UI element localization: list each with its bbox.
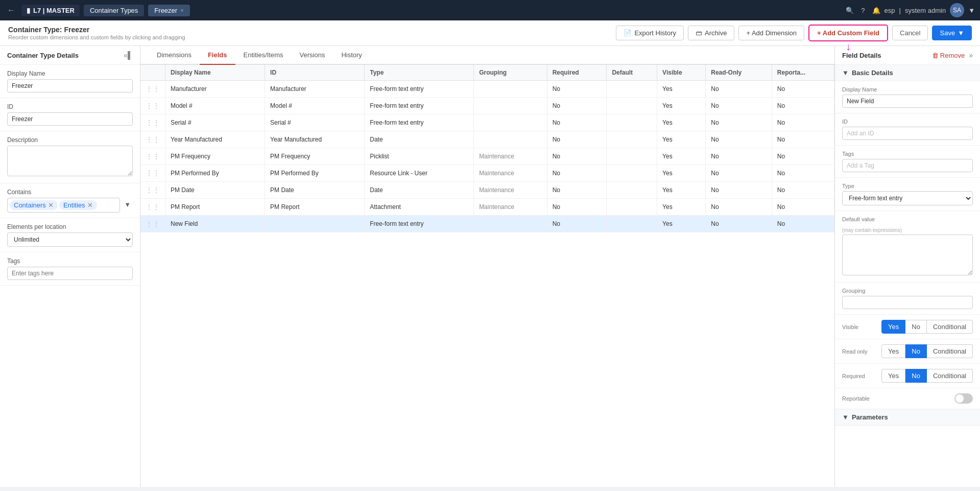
readonly-no-button[interactable]: No	[905, 344, 927, 358]
reportable-cell: No	[772, 81, 834, 98]
type-cell: Date	[365, 182, 474, 199]
drag-handle-icon[interactable]: ⋮⋮	[146, 203, 160, 211]
reportable-toggle[interactable]	[954, 393, 973, 404]
grouping-cell: Maintenance	[474, 182, 547, 199]
tab-versions[interactable]: Versions	[292, 46, 333, 65]
field-type: Type Free-form text entry Date Picklist …	[835, 178, 980, 211]
remove-field-button[interactable]: 🗑 Remove	[932, 52, 965, 59]
table-row[interactable]: ⋮⋮ Year Manufactured Year Manufactured D…	[140, 131, 834, 148]
table-row[interactable]: ⋮⋮ PM Report PM Report Attachment Mainte…	[140, 199, 834, 216]
field-id-input[interactable]	[842, 127, 973, 140]
drag-handle-icon[interactable]: ⋮⋮	[146, 169, 160, 177]
table-row[interactable]: ⋮⋮ Serial # Serial # Free-form text entr…	[140, 114, 834, 131]
table-row[interactable]: ⋮⋮ PM Performed By PM Performed By Resou…	[140, 165, 834, 182]
archive-button[interactable]: 🗃 Archive	[688, 26, 734, 40]
required-cell: No	[547, 182, 607, 199]
tags-input[interactable]	[7, 267, 133, 280]
elements-select[interactable]: Unlimited 1 2 Custom	[7, 232, 133, 247]
field-id: ID	[835, 113, 980, 146]
field-default-value: Default value (may contain expressions)	[835, 211, 980, 283]
table-row[interactable]: ⋮⋮ Manufacturer Manufacturer Free-form t…	[140, 81, 834, 98]
add-custom-field-button[interactable]: + Add Custom Field	[810, 26, 887, 40]
contains-dropdown-arrow[interactable]: ▼	[122, 198, 133, 212]
visible-cell: Yes	[657, 165, 706, 182]
field-type-select[interactable]: Free-form text entry Date Picklist Attac…	[842, 191, 973, 205]
drag-handle-icon[interactable]: ⋮⋮	[146, 135, 160, 144]
id-cell	[265, 216, 365, 232]
description-field: Description	[0, 131, 140, 183]
remove-entities-tag[interactable]: ✕	[87, 201, 93, 209]
id-input[interactable]	[7, 112, 133, 126]
description-textarea[interactable]	[7, 146, 133, 176]
table-row[interactable]: ⋮⋮ Model # Model # Free-form text entry …	[140, 98, 834, 114]
drag-handle-icon[interactable]: ⋮⋮	[146, 220, 160, 228]
back-button[interactable]: ←	[5, 4, 17, 17]
tab-entities-items[interactable]: Entities/Items	[235, 46, 292, 65]
nav-tab-freezer[interactable]: Freezer ×	[148, 5, 189, 16]
tab-dimensions[interactable]: Dimensions	[149, 46, 200, 65]
bell-icon[interactable]: 🔔	[872, 7, 880, 14]
add-dimension-button[interactable]: + Add Dimension	[738, 26, 804, 40]
cancel-button[interactable]: Cancel	[892, 26, 928, 40]
drag-handle-icon[interactable]: ⋮⋮	[146, 85, 160, 93]
title-area: Container Type: Freezer Reorder custom d…	[8, 26, 185, 40]
save-dropdown-icon[interactable]: ▼	[958, 29, 964, 37]
contains-field: Contains Containers ✕ Entities ✕ ▼	[0, 183, 140, 218]
right-panel: Field Details 🗑 Remove » ▼ Basic Details…	[834, 46, 980, 487]
id-cell: PM Performed By	[265, 165, 365, 182]
contains-label: Contains	[7, 189, 133, 196]
elements-per-location-field: Elements per location Unlimited 1 2 Cust…	[0, 218, 140, 252]
drag-handle-icon[interactable]: ⋮⋮	[146, 119, 160, 127]
reportable-cell: No	[772, 98, 834, 114]
type-cell: Date	[365, 131, 474, 148]
visible-yes-button[interactable]: Yes	[881, 320, 905, 334]
field-tags-input[interactable]	[842, 159, 973, 172]
visible-conditional-button[interactable]: Conditional	[927, 320, 973, 334]
chevron-down-icon[interactable]: ▼	[968, 7, 975, 14]
display-name-field: Display Name	[0, 65, 140, 98]
visible-no-button[interactable]: No	[905, 320, 927, 334]
drag-handle-icon[interactable]: ⋮⋮	[146, 186, 160, 194]
readonly-conditional-button[interactable]: Conditional	[927, 344, 973, 358]
col-type: Type	[365, 65, 474, 81]
display-name-input[interactable]	[7, 79, 133, 92]
tags-field: Tags	[0, 252, 140, 286]
default-value-hint: (may contain expressions)	[842, 227, 973, 233]
id-cell: Year Manufactured	[265, 131, 365, 148]
tab-history[interactable]: History	[333, 46, 370, 65]
tab-close-icon[interactable]: ×	[180, 7, 183, 13]
field-grouping-input[interactable]	[842, 296, 973, 309]
expand-panel-button[interactable]: »	[969, 51, 973, 59]
table-row[interactable]: ⋮⋮ PM Frequency PM Frequency Picklist Ma…	[140, 148, 834, 165]
table-row[interactable]: ⋮⋮ New Field Free-form text entry No Yes…	[140, 216, 834, 232]
search-icon[interactable]: 🔍	[846, 7, 854, 14]
remove-containers-tag[interactable]: ✕	[48, 201, 54, 209]
col-default: Default	[607, 65, 657, 81]
section-toggle[interactable]: ▼	[842, 69, 849, 77]
required-yes-button[interactable]: Yes	[881, 369, 905, 383]
display-name-cell: PM Date	[165, 182, 265, 199]
trash-icon: 🗑	[932, 52, 939, 59]
left-sidebar: Container Type Details «▌ Display Name I…	[0, 46, 140, 487]
field-tags-label: Tags	[842, 151, 973, 157]
required-no-button[interactable]: No	[905, 369, 927, 383]
required-cell: No	[547, 131, 607, 148]
save-button[interactable]: Save ▼	[932, 26, 972, 40]
drag-handle-icon[interactable]: ⋮⋮	[146, 102, 160, 110]
field-readonly: Read only Yes No Conditional	[835, 339, 980, 364]
parameters-toggle[interactable]: ▼	[842, 413, 849, 421]
field-display-name-input[interactable]	[842, 95, 973, 108]
app-logo[interactable]: ▮ L7 | MASTER	[21, 5, 80, 16]
tab-fields[interactable]: Fields	[200, 46, 235, 65]
required-conditional-button[interactable]: Conditional	[927, 369, 973, 383]
collapse-sidebar-button[interactable]: «▌	[124, 51, 133, 59]
drag-handle-icon[interactable]: ⋮⋮	[146, 152, 160, 160]
field-default-value-textarea[interactable]	[842, 235, 973, 275]
visible-cell: Yes	[657, 199, 706, 216]
export-history-button[interactable]: 📄 Export History	[616, 26, 684, 40]
nav-tab-container-types[interactable]: Container Types	[84, 5, 144, 16]
help-icon[interactable]: ?	[861, 7, 865, 14]
readonly-yes-button[interactable]: Yes	[881, 344, 905, 358]
table-row[interactable]: ⋮⋮ PM Date PM Date Date Maintenance No Y…	[140, 182, 834, 199]
visible-cell: Yes	[657, 98, 706, 114]
